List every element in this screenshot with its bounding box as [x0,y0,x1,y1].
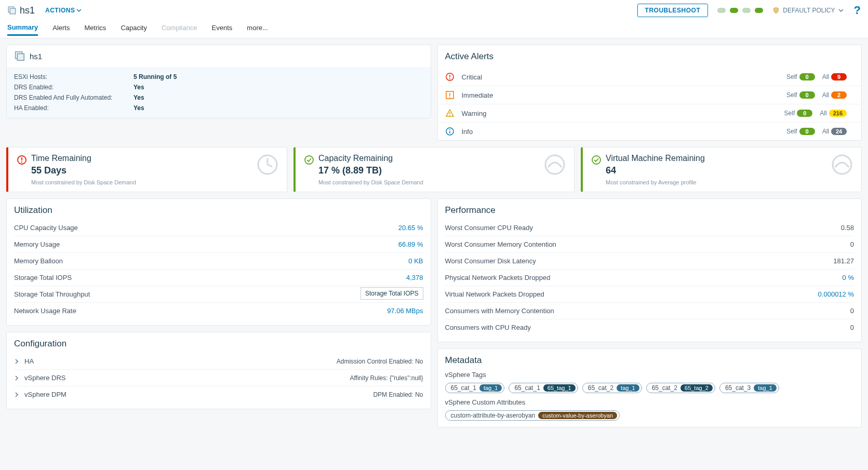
attribute-chip[interactable]: custom-attribute-by-aserobyancustom-valu… [445,410,620,421]
metric-name: Consumers with Memory Contention [445,307,850,315]
tab-bar: Summary Alerts Metrics Capacity Complian… [0,21,868,38]
config-name: HA [24,357,337,365]
metric-value[interactable]: 97.06 MBps [387,307,423,315]
summary-card[interactable]: Capacity Remaining 17 % (8.89 TB) Most c… [293,147,575,192]
alert-self-count[interactable]: 0 [799,73,815,80]
metric-row: Worst Consumer Memory Contention 0 [445,236,854,253]
summary-card[interactable]: Time Remaining 55 Days Most constrained … [6,147,287,192]
metric-value[interactable]: 20.65 % [398,224,423,232]
metric-value[interactable]: 0 % [843,274,854,281]
metric-row: Worst Consumer Disk Latency 181.27 [445,253,854,270]
metric-value[interactable]: 0 KB [408,257,423,265]
config-value: Admission Control Enabled: No [337,358,423,365]
svg-point-22 [545,155,564,174]
help-icon[interactable]: ? [854,4,861,17]
alert-severity-name: Warning [462,110,784,117]
alert-all-label: All [822,91,829,99]
utilization-title: Utilization [14,205,423,216]
health-dot[interactable] [755,8,763,13]
svg-point-24 [833,155,851,174]
summary-card-title: Capacity Remaining [318,154,544,163]
status-badge-icon [304,155,314,165]
alert-severity-icon [445,90,456,100]
svg-point-9 [449,97,450,98]
metric-value: 0 [850,324,854,331]
tag-category: 65_cat_3 [725,384,751,392]
metric-name: Worst Consumer Disk Latency [445,257,834,265]
cluster-property-label: ESXi Hosts: [14,73,133,80]
tag-value: 65_tag_2 [680,384,713,392]
health-dot[interactable] [717,8,726,13]
alert-row[interactable]: Immediate Self 0 All 2 [438,86,862,104]
alert-self-count[interactable]: 0 [797,110,812,117]
active-alerts-title: Active Alerts [445,51,854,62]
cluster-property-value: 5 Running of 5 [133,73,423,80]
gauge-icon [544,154,566,176]
chevron-right-icon [14,375,20,381]
cluster-property-label: DRS Enabled: [14,84,133,91]
alert-all-count[interactable]: 216 [829,110,847,117]
tag-chip[interactable]: 65_cat_165_tag_1 [509,383,578,393]
config-row[interactable]: vSphere DPM DPM Enabled: No [14,386,423,402]
alert-all-count[interactable]: 9 [831,73,847,80]
tag-value: 65_tag_1 [543,384,576,392]
actions-dropdown[interactable]: ACTIONS [45,7,82,14]
summary-card-title: Time Remaining [31,154,257,163]
alert-all-label: All [820,110,826,117]
tab-alerts[interactable]: Alerts [52,24,70,35]
health-indicators [717,8,763,13]
tag-chip[interactable]: 65_cat_3tag_1 [719,383,779,393]
metric-value: 0 [850,240,854,248]
metric-row: Worst Consumer CPU Ready 0.58 [445,220,854,236]
alert-severity-name: Critical [462,73,786,81]
page-title: hs1 [20,5,35,16]
metric-name: Memory Usage [14,240,398,248]
metric-value: 0 [850,307,854,315]
tag-category: 65_cat_1 [514,384,540,392]
tag-chip[interactable]: 65_cat_1tag_1 [445,383,505,393]
tag-category: 65_cat_1 [451,384,476,392]
config-value: Affinity Rules: {"rules":null} [350,374,423,382]
tag-chip[interactable]: 65_cat_265_tag_2 [646,383,715,393]
svg-point-13 [449,129,450,130]
metric-name: Worst Consumer Memory Contention [445,240,850,248]
tab-events[interactable]: Events [212,24,233,35]
alert-all-count[interactable]: 2 [831,91,847,99]
chevron-down-icon [76,8,82,13]
alert-self-count[interactable]: 0 [799,91,815,99]
alert-row[interactable]: Critical Self 0 All 9 [438,68,862,86]
alert-all-label: All [822,73,829,80]
metric-row: Consumers with Memory Contention 0 [445,303,854,319]
metric-name: Storage Total IOPS [14,274,406,281]
metric-row: Consumers with CPU Ready 0 [445,319,854,335]
tag-chip[interactable]: 65_cat_2tag_1 [582,383,642,393]
tab-compliance: Compliance [162,24,197,35]
cluster-info-card: hs1 ESXi Hosts:5 Running of 5DRS Enabled… [6,45,431,118]
tab-summary[interactable]: Summary [7,23,38,36]
svg-point-17 [21,162,22,163]
metric-value[interactable]: 0.000012 % [818,290,854,298]
config-row[interactable]: HA Admission Control Enabled: No [14,353,423,370]
tab-capacity[interactable]: Capacity [121,24,147,35]
summary-card[interactable]: Virtual Machine Remaining 64 Most constr… [581,147,862,192]
health-dot[interactable] [730,8,738,13]
config-row[interactable]: vSphere DRS Affinity Rules: {"rules":nul… [14,370,423,386]
tag-value: tag_1 [754,384,777,392]
policy-dropdown[interactable]: DEFAULT POLICY [772,7,843,14]
alert-self-count[interactable]: 0 [799,128,815,135]
tag-category: 65_cat_2 [652,384,677,392]
alert-row[interactable]: Info Self 0 All 24 [438,122,862,140]
tab-metrics[interactable]: Metrics [84,24,106,35]
tab-more[interactable]: more... [247,24,268,35]
metric-value[interactable]: 66.89 % [398,240,423,248]
health-dot[interactable] [742,8,751,13]
svg-rect-1 [10,8,16,14]
alert-row[interactable]: Warning Self 0 All 216 [438,104,862,122]
summary-card-value: 55 Days [31,165,257,176]
alert-all-count[interactable]: 24 [831,128,847,135]
svg-point-23 [592,156,600,164]
metric-value[interactable]: 4,378 [406,274,423,281]
metric-row: Physical Network Packets Dropped 0 % [445,270,854,286]
config-name: vSphere DRS [24,374,350,382]
troubleshoot-button[interactable]: TROUBLESHOOT [637,4,709,17]
